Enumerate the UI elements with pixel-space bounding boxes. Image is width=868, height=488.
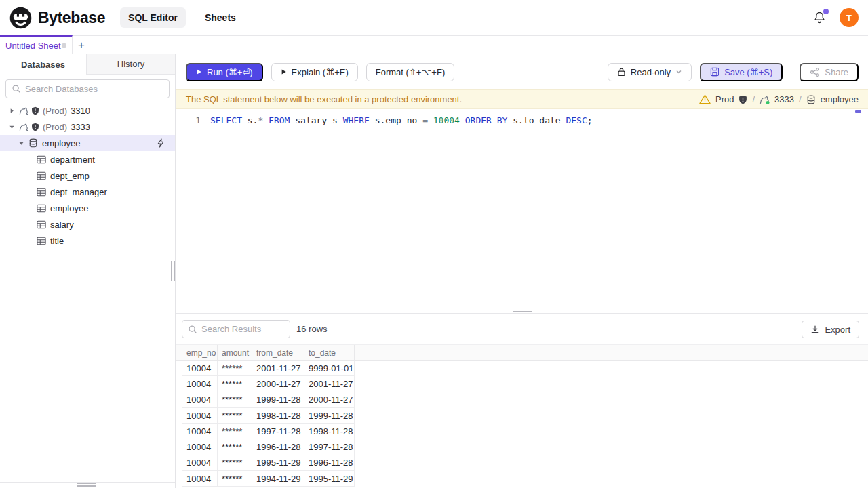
- result-row[interactable]: 10004******1999-11-282000-11-27: [182, 392, 355, 408]
- result-cell: 2001-11-27: [252, 361, 304, 376]
- result-cell: ******: [218, 392, 252, 408]
- result-row[interactable]: 10004******2000-11-272001-11-27: [182, 376, 355, 392]
- format-button[interactable]: Format (⇧+⌥+F): [366, 63, 454, 81]
- avatar[interactable]: T: [840, 8, 859, 27]
- sidebar-resize-handle[interactable]: [171, 261, 175, 281]
- instance-name: 3310: [71, 106, 90, 116]
- connection-breadcrumb: Prod / 3333 / employee: [699, 94, 859, 104]
- sql-code-line[interactable]: 1 SELECT s.* FROM salary s WHERE s.emp_n…: [176, 109, 868, 127]
- sidebar-table-item[interactable]: department: [0, 151, 175, 167]
- result-cell: 10004: [182, 424, 218, 439]
- bytebase-logo-icon: [9, 7, 32, 29]
- shield-icon: [31, 106, 39, 115]
- save-button[interactable]: Save (⌘+S): [700, 63, 783, 81]
- search-databases-input[interactable]: [25, 84, 163, 94]
- result-row[interactable]: 10004******1995-11-291996-11-28: [182, 455, 355, 471]
- chevron-down-icon[interactable]: [18, 140, 24, 146]
- save-icon: [710, 67, 719, 77]
- editor-toolbar: Run (⌘+⏎) Explain (⌘+E) Format (⇧+⌥+F) R…: [176, 54, 868, 89]
- sidebar-instance-3310[interactable]: (Prod) 3310: [0, 102, 175, 119]
- result-cell: 10004: [182, 455, 218, 471]
- table-name: employee: [50, 203, 88, 214]
- breadcrumb-separator: /: [752, 94, 755, 104]
- sidebar-table-item[interactable]: title: [0, 232, 175, 249]
- result-row[interactable]: 10004******2001-11-279999-01-01: [182, 361, 355, 376]
- toolbar-right: Read-only Save (⌘+S) Share: [608, 63, 859, 81]
- environment-label: (Prod): [43, 106, 67, 116]
- sidebar-table-item[interactable]: dept_emp: [0, 167, 175, 184]
- result-row[interactable]: 10004******1997-11-281998-11-28: [182, 424, 355, 439]
- result-cell: 10004: [182, 439, 218, 455]
- protection-banner: The SQL statement below will be executed…: [176, 89, 868, 109]
- result-cell: 1998-11-28: [252, 408, 304, 424]
- editor-scrollbar[interactable]: [859, 109, 859, 313]
- nav-sql-editor[interactable]: SQL Editor: [120, 7, 186, 28]
- table-name: dept_emp: [50, 171, 90, 181]
- notification-bell-icon[interactable]: [812, 10, 827, 25]
- result-cell: ******: [218, 471, 252, 487]
- results-table-body: 10004******2001-11-279999-01-0110004****…: [182, 361, 355, 487]
- search-results-input[interactable]: [201, 324, 284, 334]
- result-cell: 1997-11-28: [252, 424, 304, 439]
- result-cell: 10004: [182, 376, 218, 392]
- warning-icon: [699, 94, 711, 104]
- result-row[interactable]: 10004******1998-11-281999-11-28: [182, 408, 355, 424]
- brand-name: Bytebase: [38, 9, 105, 27]
- column-header-emp_no[interactable]: emp_no: [182, 345, 218, 361]
- chevron-down-icon[interactable]: [8, 124, 15, 130]
- explain-button[interactable]: Explain (⌘+E): [271, 63, 358, 81]
- tab-history[interactable]: History: [87, 54, 175, 74]
- add-sheet-button[interactable]: +: [73, 36, 90, 54]
- download-icon: [810, 325, 820, 334]
- top-nav: SQL Editor Sheets: [120, 7, 244, 28]
- result-cell: ******: [218, 455, 252, 471]
- shield-icon: [738, 95, 747, 104]
- sidebar-table-item[interactable]: employee: [0, 200, 175, 216]
- result-row[interactable]: 10004******1996-11-281997-11-28: [182, 439, 355, 455]
- readonly-dropdown[interactable]: Read-only: [608, 63, 692, 81]
- result-cell: 1997-11-28: [304, 439, 355, 455]
- result-cell: 1999-11-28: [304, 408, 355, 424]
- nav-sheets[interactable]: Sheets: [197, 7, 244, 28]
- tab-untitled-sheet[interactable]: Untitled Sheet: [0, 35, 73, 55]
- sidebar-instance-3333[interactable]: (Prod) 3333: [0, 119, 175, 135]
- table-name: salary: [50, 220, 74, 230]
- column-header-from_date[interactable]: from_date: [252, 345, 304, 361]
- table-icon: [37, 220, 46, 229]
- results-search: [182, 320, 290, 338]
- toolbar-left: Run (⌘+⏎) Explain (⌘+E) Format (⇧+⌥+F): [186, 63, 454, 81]
- sidebar-table-item[interactable]: salary: [0, 216, 175, 232]
- export-button[interactable]: Export: [802, 321, 859, 338]
- search-icon: [12, 84, 21, 94]
- database-name: employee: [42, 138, 80, 148]
- sheet-tab-label: Untitled Sheet: [5, 41, 61, 51]
- column-header-amount[interactable]: amount: [218, 345, 252, 361]
- run-button[interactable]: Run (⌘+⏎): [186, 63, 263, 81]
- table-name: title: [50, 236, 64, 246]
- sql-editor[interactable]: 1 SELECT s.* FROM salary s WHERE s.emp_n…: [176, 109, 868, 313]
- bytebase-sql-editor: Bytebase SQL Editor Sheets T Untitled Sh…: [0, 0, 868, 488]
- database-search: [5, 79, 170, 98]
- sidebar-database-employee[interactable]: employee: [0, 135, 175, 151]
- line-number: 1: [176, 114, 201, 127]
- play-icon: [281, 68, 287, 75]
- result-row[interactable]: 10004******1994-11-291995-11-29: [182, 471, 355, 487]
- toolbar-divider: [791, 66, 791, 77]
- table-name: department: [50, 155, 95, 165]
- result-cell: ******: [218, 361, 252, 376]
- sidebar-panel-drag-handle[interactable]: [77, 483, 96, 487]
- database-tree: (Prod) 3310 (Prod) 3333: [0, 102, 175, 249]
- sidebar-table-item[interactable]: dept_manager: [0, 184, 175, 200]
- result-cell: 10004: [182, 392, 218, 408]
- column-header-to_date[interactable]: to_date: [304, 345, 355, 361]
- result-cell: 9999-01-01: [304, 361, 355, 376]
- chevron-right-icon[interactable]: [8, 108, 15, 114]
- lightning-icon[interactable]: [157, 138, 165, 148]
- unsaved-indicator: [62, 43, 66, 48]
- tab-databases[interactable]: Databases: [0, 54, 87, 75]
- result-cell: 1996-11-28: [252, 439, 304, 455]
- breadcrumb-separator: /: [799, 94, 802, 104]
- share-button[interactable]: Share: [800, 63, 859, 81]
- table-name: dept_manager: [50, 187, 107, 197]
- result-cell: ******: [218, 424, 252, 439]
